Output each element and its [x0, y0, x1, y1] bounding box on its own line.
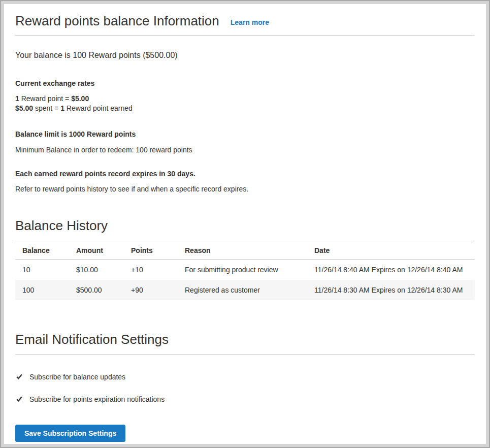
expiration-heading: Each earned reward points record expires…	[15, 170, 475, 178]
balance-history-title: Balance History	[15, 218, 475, 234]
cell-amount: $500.00	[69, 280, 124, 300]
rate-middle-text: Reward point =	[19, 94, 71, 103]
save-subscription-settings-button[interactable]: Save Subscription Settings	[15, 425, 125, 442]
exchange-rates-heading: Current exchange rates	[15, 79, 475, 87]
page-frame: Reward points balance Information Learn …	[0, 0, 490, 448]
rate-points-value: 1	[15, 94, 19, 103]
column-header-amount: Amount	[69, 241, 124, 260]
points-expiration-option: Subscribe for points expiration notifica…	[15, 395, 475, 403]
cell-amount: $10.00	[69, 260, 124, 280]
balance-updates-label[interactable]: Subscribe for balance updates	[29, 373, 125, 381]
cell-points: +90	[124, 280, 178, 300]
learn-more-link[interactable]: Learn more	[231, 18, 269, 26]
expiration-note: Refer to reward points history to see if…	[15, 185, 475, 193]
balance-history-section: Balance History Balance Amount Points Re…	[15, 218, 475, 300]
table-header: Balance Amount Points Reason Date	[15, 241, 475, 260]
table-row: 10 $10.00 +10 For submitting product rev…	[15, 260, 475, 280]
rate-money-value: $5.00	[15, 104, 33, 112]
exchange-rates: 1 Reward point = $5.00 $5.00 spent = 1 R…	[15, 94, 475, 113]
balance-history-table: Balance Amount Points Reason Date 10 $10…	[15, 241, 475, 300]
cell-reason: Registered as customer	[178, 280, 307, 300]
cell-points: +10	[124, 260, 178, 280]
balance-limit-heading: Balance limit is 1000 Reward points	[15, 130, 475, 138]
points-expiration-label[interactable]: Subscribe for points expiration notifica…	[29, 395, 165, 403]
page-title: Reward points balance Information	[15, 13, 219, 29]
rate-suffix-text: Reward point earned	[64, 104, 133, 112]
email-notification-title: Email Notification Settings	[15, 332, 475, 347]
page-header: Reward points balance Information Learn …	[15, 4, 475, 36]
balance-updates-option: Subscribe for balance updates	[15, 373, 475, 381]
column-header-points: Points	[124, 241, 178, 260]
rate-points-value: 1	[60, 104, 64, 112]
balance-updates-checkbox[interactable]	[15, 373, 23, 381]
email-notification-section: Email Notification Settings Subscribe fo…	[15, 332, 475, 442]
rate-money-value: $5.00	[71, 94, 89, 103]
table-row: 100 $500.00 +90 Registered as customer 1…	[15, 280, 475, 300]
email-notification-header: Email Notification Settings	[15, 332, 475, 355]
cell-reason: For submitting product review	[178, 260, 307, 280]
balance-summary: Your balance is 100 Reward points ($500.…	[15, 50, 475, 61]
exchange-rate-point-to-money: 1 Reward point = $5.00	[15, 94, 475, 104]
points-expiration-checkbox[interactable]	[15, 395, 23, 403]
column-header-date: Date	[307, 241, 475, 260]
column-header-balance: Balance	[15, 241, 69, 260]
cell-balance: 100	[15, 280, 69, 300]
minimum-redeem-note: Minimum Balance in order to redeem: 100 …	[15, 146, 475, 154]
cell-date: 11/26/14 8:40 AM Expires on 12/26/14 8:4…	[307, 260, 475, 280]
rate-middle-text: spent =	[33, 104, 60, 112]
cell-date: 11/26/14 8:30 AM Expires on 12/26/14 8:3…	[307, 280, 475, 300]
cell-balance: 10	[15, 260, 69, 280]
column-header-reason: Reason	[178, 241, 307, 260]
reward-points-card: Reward points balance Information Learn …	[4, 4, 486, 444]
exchange-rate-money-to-point: $5.00 spent = 1 Reward point earned	[15, 104, 475, 113]
